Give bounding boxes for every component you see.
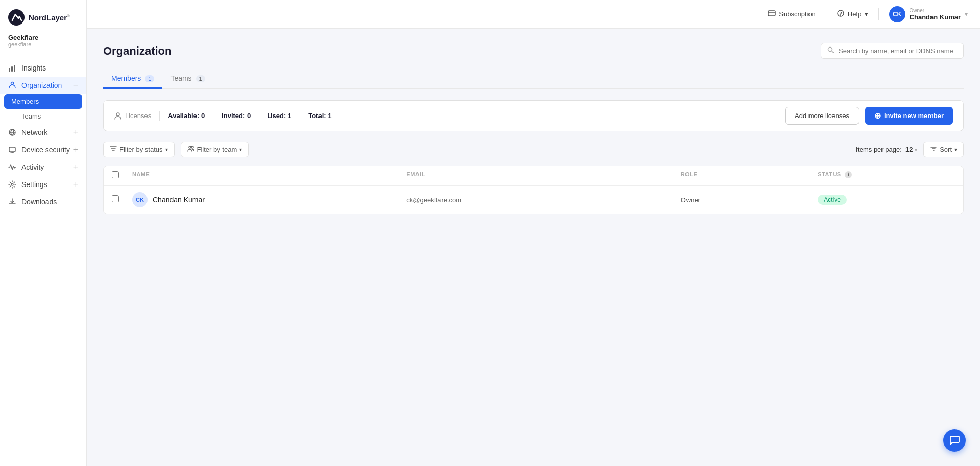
sidebar-org-sub: geekflare xyxy=(8,41,78,48)
sort-chevron-icon: ▾ xyxy=(954,147,957,152)
col-header-name: NAME xyxy=(132,171,406,180)
member-email: ck@geekflare.com xyxy=(406,196,680,204)
tab-members[interactable]: Members 1 xyxy=(103,70,162,89)
sidebar-item-network[interactable]: Network + xyxy=(0,124,86,141)
svg-rect-3 xyxy=(14,65,15,72)
svg-rect-8 xyxy=(768,11,775,16)
nordlayer-logo-icon xyxy=(8,9,24,26)
member-avatar: CK xyxy=(132,192,148,207)
sort-button[interactable]: Sort ▾ xyxy=(923,142,964,157)
sidebar-sub-teams[interactable]: Teams xyxy=(0,109,86,124)
user-name: Chandan Kumar xyxy=(910,13,961,21)
downloads-icon xyxy=(8,198,16,206)
sidebar-item-insights[interactable]: Insights xyxy=(0,59,86,77)
sidebar-item-device-security-label: Device security xyxy=(21,146,70,154)
col-header-status: STATUS ℹ xyxy=(818,171,955,180)
member-role: Owner xyxy=(681,196,818,204)
license-used: Used: 1 xyxy=(267,112,291,120)
subscription-icon xyxy=(768,9,776,19)
select-all-checkbox[interactable] xyxy=(112,171,119,178)
tab-teams[interactable]: Teams 1 xyxy=(162,70,213,89)
organization-minus-icon: − xyxy=(74,81,78,89)
add-licenses-button[interactable]: Add more licenses xyxy=(785,107,859,125)
help-label: Help xyxy=(848,10,862,18)
sidebar-item-device-security[interactable]: Device security + xyxy=(0,141,86,158)
row-select-checkbox[interactable] xyxy=(112,195,119,202)
sidebar-org-name: Geekflare xyxy=(8,34,78,41)
device-security-add-icon[interactable]: + xyxy=(74,146,78,154)
members-table: NAME EMAIL ROLE STATUS ℹ CK Chandan Kuma… xyxy=(103,166,964,214)
col-header-role: ROLE xyxy=(681,171,818,180)
invite-new-member-button[interactable]: ⊕ Invite new member xyxy=(865,107,953,125)
sidebar-item-insights-label: Insights xyxy=(21,64,46,72)
filter-row: Filter by status ▾ Filter by team ▾ Item… xyxy=(103,142,964,157)
license-invited: Invited: 0 xyxy=(222,112,251,120)
user-chevron-icon: ▾ xyxy=(965,11,968,18)
status-info-icon: ℹ xyxy=(845,171,852,178)
license-total: Total: 1 xyxy=(308,112,331,120)
license-divider-2 xyxy=(213,111,213,121)
filter-team-icon xyxy=(187,145,194,154)
row-checkbox[interactable] xyxy=(112,195,132,204)
svg-point-10 xyxy=(828,48,832,52)
sidebar-item-settings[interactable]: Settings + xyxy=(0,176,86,193)
settings-add-icon[interactable]: + xyxy=(74,180,78,189)
sidebar-item-settings-label: Settings xyxy=(21,180,47,189)
page-title: Organization xyxy=(103,44,172,58)
user-role: Owner xyxy=(910,8,961,13)
license-bar: Licenses Available: 0 Invited: 0 Used: 1 xyxy=(103,100,964,131)
brand-name: NordLayer® xyxy=(29,13,70,22)
svg-point-11 xyxy=(116,113,119,116)
license-divider-4 xyxy=(300,111,300,121)
items-per-page-info: Items per page: 12 ▾ xyxy=(856,146,918,153)
sidebar-item-activity[interactable]: Activity + xyxy=(0,158,86,176)
sidebar-sub-members[interactable]: Members xyxy=(4,94,82,109)
help-link[interactable]: Help ▾ xyxy=(837,9,868,19)
items-per-page-chevron-icon[interactable]: ▾ xyxy=(915,147,917,153)
network-add-icon[interactable]: + xyxy=(74,128,78,136)
filter-by-team-button[interactable]: Filter by team ▾ xyxy=(181,142,249,157)
status-badge: Active xyxy=(818,195,847,205)
sidebar-item-organization[interactable]: Organization − xyxy=(0,77,86,94)
activity-add-icon[interactable]: + xyxy=(74,163,78,171)
topbar: Subscription Help ▾ CK Owner Chandan Kum… xyxy=(87,0,980,29)
settings-icon xyxy=(8,180,16,189)
sidebar-item-activity-label: Activity xyxy=(21,163,44,171)
invite-plus-icon: ⊕ xyxy=(874,111,881,121)
member-name-cell: CK Chandan Kumar xyxy=(132,192,406,207)
svg-rect-1 xyxy=(9,68,10,72)
sidebar-logo: NordLayer® xyxy=(0,0,86,31)
member-status: Active xyxy=(818,195,955,205)
main-content: Subscription Help ▾ CK Owner Chandan Kum… xyxy=(87,0,980,466)
sidebar-org-info: Geekflare geekflare xyxy=(0,31,86,55)
sidebar-item-downloads[interactable]: Downloads xyxy=(0,193,86,211)
filter-by-status-button[interactable]: Filter by status ▾ xyxy=(103,142,175,157)
svg-point-0 xyxy=(8,9,24,26)
col-header-email: EMAIL xyxy=(406,171,680,180)
tabs: Members 1 Teams 1 xyxy=(103,70,964,89)
table-row: CK Chandan Kumar ck@geekflare.com Owner … xyxy=(104,186,963,214)
activity-icon xyxy=(8,163,16,171)
svg-rect-2 xyxy=(11,66,13,72)
svg-point-7 xyxy=(11,183,13,185)
topbar-separator-1 xyxy=(826,8,826,20)
sidebar: NordLayer® Geekflare geekflare Insights … xyxy=(0,0,87,466)
license-divider-1 xyxy=(159,111,160,121)
search-input[interactable] xyxy=(839,47,957,55)
table-checkbox-header[interactable] xyxy=(112,171,132,180)
license-divider-3 xyxy=(259,111,259,121)
user-menu[interactable]: CK Owner Chandan Kumar ▾ xyxy=(889,6,968,22)
filter-status-chevron-icon: ▾ xyxy=(165,147,168,152)
filter-team-chevron-icon: ▾ xyxy=(239,147,242,152)
svg-point-13 xyxy=(191,146,193,148)
sidebar-item-organization-label: Organization xyxy=(21,81,62,89)
filter-status-icon xyxy=(110,145,117,154)
help-icon xyxy=(837,9,845,19)
svg-point-12 xyxy=(189,146,191,148)
subscription-link[interactable]: Subscription xyxy=(768,9,816,19)
chat-button[interactable] xyxy=(943,429,966,452)
user-info: Owner Chandan Kumar xyxy=(910,8,961,21)
license-icon xyxy=(114,112,122,120)
search-box xyxy=(821,43,964,59)
sidebar-item-network-label: Network xyxy=(21,128,47,136)
